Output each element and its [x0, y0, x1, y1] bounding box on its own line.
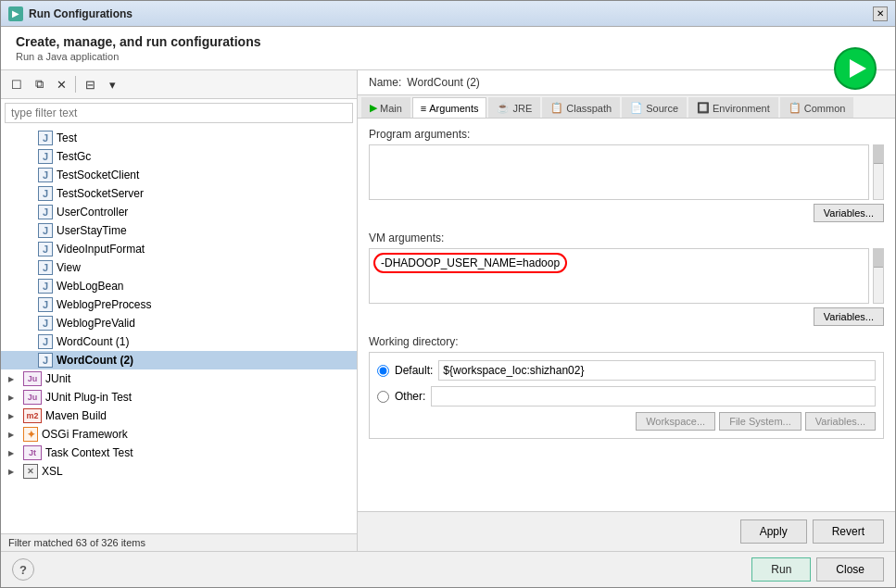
filter-status: Filter matched 63 of 326 items [8, 537, 145, 548]
vm-args-highlighted-value: -DHADOOP_USER_NAME=hadoop [373, 253, 567, 273]
tree-item-label: VideoInputFormat [57, 243, 145, 256]
osgi-icon: ✦ [23, 427, 38, 442]
default-radio-row: Default: [377, 360, 876, 381]
vm-args-variables-row: Variables... [369, 307, 884, 326]
tree-item-label: UserStayTime [57, 224, 127, 237]
expand-icon: ▶ [8, 412, 19, 420]
arguments-content: Program arguments: Variables... VM argum… [358, 119, 895, 511]
tree-group-label: JUnit [45, 372, 70, 385]
dir-variables-button[interactable]: Variables... [805, 412, 876, 431]
other-radio-label: Other: [395, 390, 425, 403]
expand-icon: ▶ [8, 394, 19, 402]
status-bar: Filter matched 63 of 326 items [1, 533, 357, 551]
tree-item-test[interactable]: J Test [1, 129, 357, 147]
tree-item-testgc[interactable]: J TestGc [1, 147, 357, 166]
tree-group-label: Maven Build [45, 409, 107, 422]
program-args-row [369, 144, 884, 200]
tree-item-wordcount2[interactable]: J WordCount (2) [1, 351, 357, 369]
program-args-textarea[interactable] [369, 144, 869, 200]
tab-label: Main [380, 103, 402, 114]
name-value: WordCount (2) [407, 76, 479, 89]
maven-icon: m2 [23, 408, 42, 423]
tree-item-weblogpreprocess[interactable]: J WeblogPreProcess [1, 295, 357, 314]
tab-jre[interactable]: ☕ JRE [488, 97, 540, 118]
tree-group-taskcontext[interactable]: ▶ Jt Task Context Test [1, 444, 357, 462]
tree-item-view[interactable]: J View [1, 258, 357, 277]
window-icon: ▶ [8, 6, 23, 21]
tree-item-weblogprevalid[interactable]: J WeblogPreValid [1, 314, 357, 332]
other-dir-input[interactable] [431, 386, 876, 407]
vm-args-row: -DHADOOP_USER_NAME=hadoop [369, 248, 884, 304]
header-subtitle: Run a Java application [16, 51, 880, 62]
revert-button[interactable]: Revert [813, 519, 884, 544]
classpath-tab-icon: 📋 [550, 102, 563, 114]
tree-group-xsl[interactable]: ▶ ✕ XSL [1, 462, 357, 481]
tab-label: Common [804, 103, 846, 114]
tab-arguments[interactable]: ≡ Arguments [412, 97, 487, 118]
java-app-icon: J [38, 334, 53, 349]
close-button[interactable]: Close [816, 557, 884, 582]
vm-args-box[interactable]: -DHADOOP_USER_NAME=hadoop [369, 248, 869, 304]
close-window-button[interactable]: ✕ [873, 6, 888, 21]
program-args-scrollbar[interactable] [873, 144, 884, 200]
filter-input[interactable] [5, 103, 353, 123]
other-radio-row: Other: [377, 386, 876, 407]
tab-source[interactable]: 📄 Source [622, 97, 687, 118]
tree-group-junit[interactable]: ▶ Ju JUnit [1, 369, 357, 388]
tree-group-junit-plugin[interactable]: ▶ Ju JUnit Plug-in Test [1, 388, 357, 407]
name-label: Name: [369, 76, 401, 89]
other-radio[interactable] [377, 391, 389, 403]
tab-common[interactable]: 📋 Common [780, 97, 854, 118]
main-tab-icon: ▶ [370, 102, 377, 114]
tree-group-maven[interactable]: ▶ m2 Maven Build [1, 407, 357, 425]
tree-group-label: OSGi Framework [42, 428, 128, 441]
right-panel: Name: WordCount (2) ▶ Main ≡ Arguments ☕… [358, 70, 895, 551]
filesystem-button[interactable]: File System... [719, 412, 801, 431]
tree-item-usercontroller[interactable]: J UserController [1, 203, 357, 221]
tree-group-label: Task Context Test [45, 446, 133, 459]
default-radio-label: Default: [395, 364, 433, 377]
vm-args-scrollbar[interactable] [873, 248, 884, 304]
tree-item-testsocketclient[interactable]: J TestSocketClient [1, 166, 357, 184]
tree-group-label: JUnit Plug-in Test [45, 391, 132, 404]
program-args-variables-button[interactable]: Variables... [814, 204, 884, 222]
tab-environment[interactable]: 🔲 Environment [688, 97, 778, 118]
run-button[interactable]: Run [751, 557, 811, 582]
apply-button[interactable]: Apply [740, 519, 807, 544]
java-app-icon: J [38, 279, 53, 294]
tabs-bar: ▶ Main ≡ Arguments ☕ JRE 📋 Classpath 📄 [358, 95, 895, 119]
tree-item-videoinputformat[interactable]: J VideoInputFormat [1, 240, 357, 258]
working-dir-box: Default: Other: Workspace... File System… [369, 352, 884, 439]
header: Create, manage, and run configurations R… [1, 27, 895, 70]
copy-config-button[interactable]: ⧉ [29, 74, 49, 94]
left-toolbar: ☐ ⧉ ✕ ⊟ ▾ [1, 70, 357, 99]
tree-group-osgi[interactable]: ▶ ✦ OSGi Framework [1, 425, 357, 444]
filter-dropdown-button[interactable]: ▾ [102, 74, 122, 94]
tree-item-wordcount1[interactable]: J WordCount (1) [1, 332, 357, 351]
vm-args-variables-button[interactable]: Variables... [814, 307, 884, 326]
tree-item-testsocketserver[interactable]: J TestSocketServer [1, 184, 357, 203]
java-app-icon: J [38, 242, 53, 256]
new-config-button[interactable]: ☐ [6, 74, 27, 94]
delete-config-button[interactable]: ✕ [51, 74, 71, 94]
task-icon: Jt [23, 445, 42, 460]
junit-plugin-icon: Ju [23, 390, 42, 405]
tab-main[interactable]: ▶ Main [361, 97, 410, 118]
tree-item-label: WeblogPreValid [57, 317, 135, 330]
tree-item-label: TestSocketServer [57, 187, 144, 200]
collapse-all-button[interactable]: ⊟ [80, 74, 100, 94]
tree-item-userstaytime[interactable]: J UserStayTime [1, 221, 357, 240]
working-dir-label: Working directory: [369, 335, 884, 348]
workspace-button[interactable]: Workspace... [636, 412, 715, 431]
tab-classpath[interactable]: 📋 Classpath [542, 97, 620, 118]
default-radio[interactable] [377, 365, 389, 377]
xsl-icon: ✕ [23, 464, 38, 479]
java-app-icon: J [38, 316, 53, 331]
tree-group-label: XSL [42, 465, 63, 478]
tab-label: Environment [713, 103, 770, 114]
help-button[interactable]: ? [12, 558, 34, 581]
tree-item-weblogbean[interactable]: J WebLogBean [1, 277, 357, 295]
args-tab-icon: ≡ [421, 103, 426, 114]
default-dir-input[interactable] [438, 360, 876, 381]
java-app-icon: J [38, 205, 53, 219]
